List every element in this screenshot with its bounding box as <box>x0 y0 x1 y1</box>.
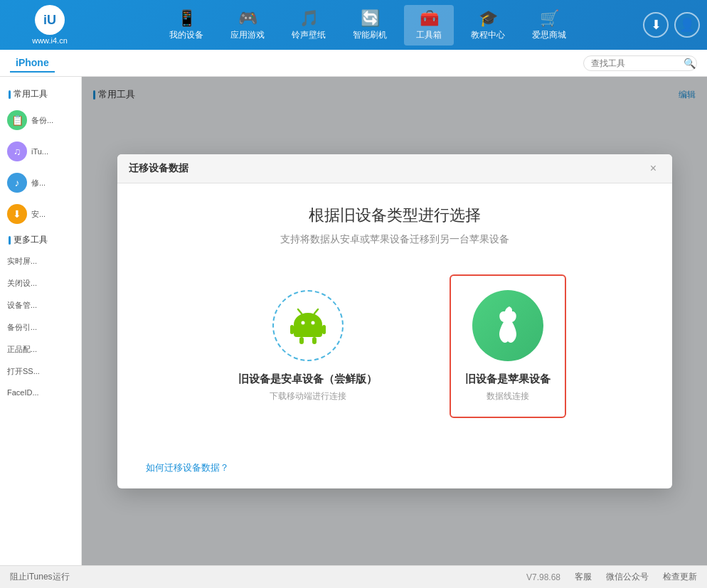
main-content: 常用工具 📋 备份... ♫ iTu... ♪ 修... ⬇ 安... 更多工具… <box>0 77 707 565</box>
sidebar-itunes-label: iTu... <box>31 147 48 156</box>
logo-icon: iU <box>35 5 65 35</box>
search-icon: 🔍 <box>684 58 696 69</box>
device-tab[interactable]: iPhone <box>10 54 55 73</box>
top-nav: iU www.i4.cn 📱 我的设备 🎮 应用游戏 🎵 铃声壁纸 🔄 智能刷机… <box>0 0 707 50</box>
modal-title: 迁移设备数据 <box>129 162 188 175</box>
logo-area: iU www.i4.cn <box>7 5 92 45</box>
migrate-modal: 迁移设备数据 × 根据旧设备类型进行选择 支持将数据从安卓或苹果设备迁移到另一台… <box>117 154 672 488</box>
sidebar-faceid-label: FaceID... <box>7 388 39 397</box>
itunes-icon: ♫ <box>7 141 27 161</box>
nav-apps-label: 应用游戏 <box>230 29 265 41</box>
android-option-name: 旧设备是安卓设备（尝鲜版） <box>238 373 377 386</box>
sidebar-item-device-mgr[interactable]: 设备管... <box>0 294 81 316</box>
modal-main-title: 根据旧设备类型进行选择 <box>146 205 644 226</box>
user-button[interactable]: 👤 <box>674 12 700 38</box>
nav-ringtone-icon: 🎵 <box>299 9 319 28</box>
apple-option-name: 旧设备是苹果设备 <box>465 373 551 386</box>
svg-rect-8 <box>299 337 304 344</box>
sidebar-item-faceid[interactable]: FaceID... <box>0 383 81 402</box>
sidebar-section-more: 更多工具 <box>0 230 81 250</box>
fix-icon: ♪ <box>7 173 27 193</box>
nav-store-icon: 🛒 <box>540 9 559 28</box>
nav-brush-icon: 🔄 <box>361 9 380 28</box>
svg-rect-6 <box>290 325 294 334</box>
nav-ringtone[interactable]: 🎵 铃声壁纸 <box>282 5 336 46</box>
sidebar-shutdown-label: 关闭设... <box>7 278 37 289</box>
sidebar-backup2-label: 备份引... <box>7 322 37 333</box>
android-option-desc: 下载移动端进行连接 <box>270 390 346 402</box>
option-android[interactable]: 旧设备是安卓设备（尝鲜版） 下载移动端进行连接 <box>223 274 393 418</box>
sub-header: iPhone 🔍 <box>0 50 707 77</box>
nav-items: 📱 我的设备 🎮 应用游戏 🎵 铃声壁纸 🔄 智能刷机 🧰 工具箱 🎓 教程中心… <box>92 5 643 46</box>
sidebar-fix-label: 修... <box>31 178 46 188</box>
sidebar-ssh-label: 打开SS... <box>7 366 40 377</box>
sidebar-item-genuine[interactable]: 正品配... <box>0 338 81 360</box>
nav-apple-store[interactable]: 🛒 爱思商城 <box>522 5 576 46</box>
sidebar: 常用工具 📋 备份... ♫ iTu... ♪ 修... ⬇ 安... 更多工具… <box>0 77 82 565</box>
nav-brush-label: 智能刷机 <box>353 29 387 41</box>
download-button[interactable]: ⬇ <box>643 12 669 38</box>
svg-point-3 <box>311 321 314 324</box>
apple-icon-wrap <box>472 290 543 361</box>
logo-subtitle: www.i4.cn <box>32 36 68 45</box>
svg-point-2 <box>301 321 304 324</box>
nav-store-label: 爱思商城 <box>532 29 566 41</box>
nav-tutorial[interactable]: 🎓 教程中心 <box>461 5 515 46</box>
sidebar-device-mgr-label: 设备管... <box>7 300 37 311</box>
nav-device-icon: 📱 <box>177 9 196 28</box>
nav-tutorial-label: 教程中心 <box>471 29 505 41</box>
itunes-status[interactable]: 阻止iTunes运行 <box>10 571 70 583</box>
nav-ringtone-label: 铃声壁纸 <box>292 29 326 41</box>
sidebar-item-ssh[interactable]: 打开SS... <box>0 360 81 383</box>
modal-sub-title: 支持将数据从安卓或苹果设备迁移到另一台苹果设备 <box>146 233 644 246</box>
apple-logo-icon <box>488 306 528 346</box>
option-apple[interactable]: 旧设备是苹果设备 数据线连接 <box>450 274 566 418</box>
sidebar-backup-label: 备份... <box>31 115 53 126</box>
modal-footer: 如何迁移设备数据？ <box>117 461 672 488</box>
svg-line-4 <box>298 309 302 314</box>
sidebar-realtime-label: 实时屏... <box>7 256 37 267</box>
sidebar-item-install[interactable]: ⬇ 安... <box>0 198 81 230</box>
modal-header: 迁移设备数据 × <box>117 154 672 183</box>
modal-options: 旧设备是安卓设备（尝鲜版） 下载移动端进行连接 旧设备是苹果设备 数据线 <box>146 274 644 418</box>
svg-line-5 <box>314 309 318 314</box>
nav-apps-games[interactable]: 🎮 应用游戏 <box>220 5 275 46</box>
nav-toolbox[interactable]: 🧰 工具箱 <box>404 5 454 46</box>
sidebar-item-itunes[interactable]: ♫ iTu... <box>0 136 81 167</box>
search-box: 🔍 <box>583 55 697 71</box>
help-link[interactable]: 如何迁移设备数据？ <box>146 462 229 473</box>
sidebar-item-backup2[interactable]: 备份引... <box>0 316 81 338</box>
modal-overlay: 迁移设备数据 × 根据旧设备类型进行选择 支持将数据从安卓或苹果设备迁移到另一台… <box>82 77 707 565</box>
search-input[interactable] <box>591 58 684 68</box>
sidebar-item-shutdown[interactable]: 关闭设... <box>0 272 81 294</box>
sidebar-section-common: 常用工具 <box>0 84 81 105</box>
status-bar: 阻止iTunes运行 V7.98.68 客服 微信公众号 检查更新 <box>0 565 707 588</box>
nav-my-device[interactable]: 📱 我的设备 <box>159 5 213 46</box>
sidebar-item-fix[interactable]: ♪ 修... <box>0 167 81 198</box>
svg-rect-7 <box>322 325 326 334</box>
wechat-link[interactable]: 微信公众号 <box>606 571 649 583</box>
version-label: V7.98.68 <box>526 572 560 582</box>
nav-apps-icon: 🎮 <box>238 9 257 28</box>
support-link[interactable]: 客服 <box>575 571 592 583</box>
nav-right-actions: ⬇ 👤 <box>643 12 700 38</box>
android-icon <box>287 304 329 347</box>
install-icon: ⬇ <box>7 204 27 224</box>
backup-icon: 📋 <box>7 110 27 130</box>
modal-close-button[interactable]: × <box>647 161 661 176</box>
android-icon-wrap <box>272 290 344 361</box>
sidebar-item-realtime[interactable]: 实时屏... <box>0 250 81 272</box>
nav-device-label: 我的设备 <box>169 29 203 41</box>
nav-smart-brush[interactable]: 🔄 智能刷机 <box>343 5 397 46</box>
nav-toolbox-label: 工具箱 <box>416 29 442 41</box>
check-update-link[interactable]: 检查更新 <box>663 571 697 583</box>
modal-body: 根据旧设备类型进行选择 支持将数据从安卓或苹果设备迁移到另一台苹果设备 <box>117 183 672 461</box>
sidebar-genuine-label: 正品配... <box>7 344 37 355</box>
nav-toolbox-icon: 🧰 <box>420 9 439 28</box>
svg-rect-1 <box>294 324 322 337</box>
sidebar-install-label: 安... <box>31 209 46 220</box>
apple-option-desc: 数据线连接 <box>487 390 529 402</box>
svg-rect-9 <box>312 337 317 344</box>
nav-tutorial-icon: 🎓 <box>479 9 498 28</box>
sidebar-item-backup[interactable]: 📋 备份... <box>0 105 81 136</box>
